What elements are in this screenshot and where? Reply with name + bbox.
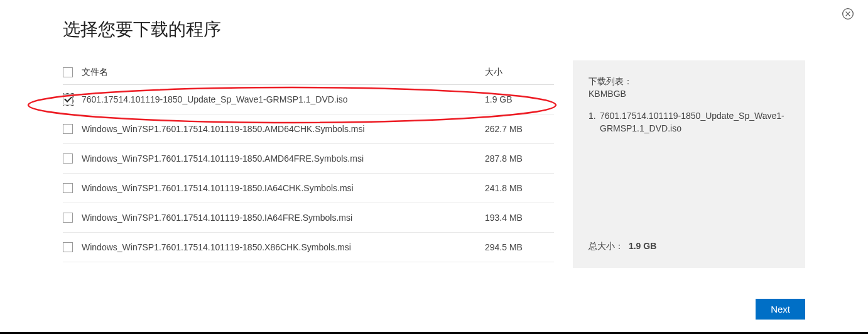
file-size: 1.9 GB bbox=[485, 94, 554, 104]
table-row: Windows_Win7SP1.7601.17514.101119-1850.A… bbox=[63, 114, 554, 144]
total-size-row: 总大小： 1.9 GB bbox=[589, 241, 789, 252]
column-header-size: 大小 bbox=[485, 67, 554, 78]
list-item-number: 1. bbox=[589, 110, 600, 135]
file-checkbox[interactable] bbox=[63, 213, 73, 223]
total-size-label: 总大小： bbox=[589, 241, 624, 251]
table-row: Windows_Win7SP1.7601.17514.101119-1850.I… bbox=[63, 174, 554, 203]
file-size: 262.7 MB bbox=[485, 124, 554, 134]
file-checkbox[interactable] bbox=[63, 183, 73, 193]
table-row: Windows_Win7SP1.7601.17514.101119-1850.I… bbox=[63, 203, 554, 233]
close-button[interactable] bbox=[840, 6, 855, 21]
next-button[interactable]: Next bbox=[756, 299, 805, 320]
file-checkbox[interactable] bbox=[63, 94, 73, 104]
download-list-item: 1.7601.17514.101119-1850_Update_Sp_Wave1… bbox=[589, 110, 789, 135]
list-item-name: 7601.17514.101119-1850_Update_Sp_Wave1-G… bbox=[600, 110, 789, 135]
download-summary-panel: 下载列表： KBMBGB 1.7601.17514.101119-1850_Up… bbox=[573, 60, 805, 268]
total-size-value: 1.9 GB bbox=[629, 241, 656, 251]
file-name: Windows_Win7SP1.7601.17514.101119-1850.X… bbox=[82, 242, 485, 252]
file-selection-panel: 文件名 大小 7601.17514.101119-1850_Update_Sp_… bbox=[63, 60, 554, 280]
file-checkbox[interactable] bbox=[63, 242, 73, 252]
table-header: 文件名 大小 bbox=[63, 60, 554, 85]
file-list[interactable]: 7601.17514.101119-1850_Update_Sp_Wave1-G… bbox=[63, 85, 554, 280]
table-row: Windows_Win7SP1.7601.17514.101119-1850.X… bbox=[63, 233, 554, 262]
file-name: Windows_Win7SP1.7601.17514.101119-1850.I… bbox=[82, 213, 485, 223]
file-name: 7601.17514.101119-1850_Update_Sp_Wave1-G… bbox=[82, 94, 485, 104]
file-checkbox[interactable] bbox=[63, 153, 73, 164]
file-size: 241.8 MB bbox=[485, 183, 554, 193]
download-list-label: 下载列表： bbox=[589, 76, 789, 87]
file-checkbox[interactable] bbox=[63, 124, 73, 134]
file-name: Windows_Win7SP1.7601.17514.101119-1850.A… bbox=[82, 153, 485, 164]
file-name: Windows_Win7SP1.7601.17514.101119-1850.I… bbox=[82, 183, 485, 193]
page-title: 选择您要下载的程序 bbox=[63, 18, 805, 42]
download-list-units: KBMBGB bbox=[589, 89, 789, 99]
close-icon bbox=[842, 8, 854, 20]
file-name: Windows_Win7SP1.7601.17514.101119-1850.A… bbox=[82, 124, 485, 134]
table-row: Windows_Win7SP1.7601.17514.101119-1850.A… bbox=[63, 144, 554, 174]
select-all-checkbox[interactable] bbox=[63, 67, 73, 77]
column-header-filename: 文件名 bbox=[82, 67, 485, 78]
table-row: 7601.17514.101119-1850_Update_Sp_Wave1-G… bbox=[63, 85, 554, 114]
file-size: 294.5 MB bbox=[485, 242, 554, 252]
file-size: 287.8 MB bbox=[485, 153, 554, 164]
file-size: 193.4 MB bbox=[485, 213, 554, 223]
